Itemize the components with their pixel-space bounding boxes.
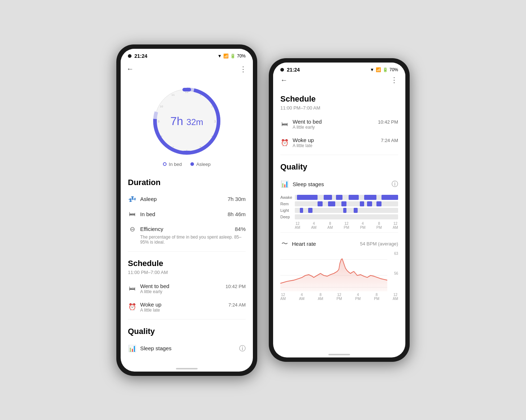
rem-block-1 xyxy=(318,201,323,206)
light-block-1 xyxy=(300,208,303,213)
sleep-stages-chart: Awake Rem xyxy=(280,195,398,230)
xaxis-label-6: 8PM xyxy=(376,222,382,230)
hr-xaxis-6: 8PM xyxy=(374,293,379,301)
camera-dot xyxy=(128,54,132,58)
light-row: Light xyxy=(280,208,398,213)
sleep-hours: 7h xyxy=(170,114,183,127)
light-block-2 xyxy=(308,208,312,213)
bottom-indicator-right xyxy=(328,354,350,355)
legend-inbed: In bed xyxy=(163,162,182,167)
sleep-stages-row-right: 📊 Sleep stages ⓘ xyxy=(280,176,398,192)
rem-track xyxy=(295,201,398,206)
woke-up-label-left: Woke up xyxy=(140,301,161,308)
went-to-bed-label-left: Went to bed xyxy=(140,283,169,289)
battery-icon: 🔋 xyxy=(230,53,236,59)
went-to-bed-sub-left: A little early xyxy=(140,289,169,294)
awake-block-2 xyxy=(324,195,332,200)
awake-label: Awake xyxy=(280,195,295,200)
went-to-bed-row-left: 🛏 Went to bed A little early 10:42 PM xyxy=(128,279,246,298)
awake-block-5 xyxy=(364,195,376,200)
efficiency-desc: The percentage of time in bed you spent … xyxy=(128,235,246,245)
more-button-left[interactable]: ⋮ xyxy=(240,65,247,73)
top-bar-left: ← ⋮ xyxy=(121,62,253,78)
heart-fill-area xyxy=(280,259,387,291)
woke-up-time-left: 7:24 AM xyxy=(228,301,246,308)
schedule-heading-right: Schedule xyxy=(280,94,398,104)
status-icons-right: ▼ 📶 🔋 70% xyxy=(370,67,398,72)
back-button-left[interactable]: ← xyxy=(126,65,134,73)
xaxis-label-1: 12AM xyxy=(295,222,300,230)
asleep-icon: 💤 xyxy=(128,195,137,203)
woke-up-label-right: Woke up xyxy=(293,137,314,143)
signal-icon-right: 📶 xyxy=(376,67,381,72)
efficiency-row: ⊖ Efficiency 84% The percentage of time … xyxy=(128,222,246,248)
right-phone: 21:24 ▼ 📶 🔋 70% ← ⋮ Schedule 11:00 PM–7:… xyxy=(269,58,410,362)
sleep-stages-label-left: Sleep stages xyxy=(140,345,172,351)
svg-text:10: 10 xyxy=(160,105,163,108)
right-scroll: Schedule 11:00 PM–7:00 AM 🛏 Went to bed … xyxy=(273,87,405,350)
quality-heading-left: Quality xyxy=(128,327,246,336)
battery-pct-left: 70% xyxy=(237,53,246,59)
heart-rate-icon: 〜 xyxy=(280,239,289,248)
status-time-right: 21:24 xyxy=(287,67,300,73)
divider-right-1 xyxy=(280,155,398,155)
svg-text:11: 11 xyxy=(172,93,175,97)
inbed-label: In bed xyxy=(169,162,182,167)
deep-label: Deep xyxy=(280,215,295,219)
schedule-subtitle-right: 11:00 PM–7:00 AM xyxy=(280,105,398,111)
efficiency-icon: ⊖ xyxy=(128,225,137,233)
rem-label: Rem xyxy=(280,202,295,206)
sleep-stages-row-left: 📊 Sleep stages ⓘ xyxy=(128,340,246,356)
rem-block-6 xyxy=(376,201,381,206)
hr-xaxis-4: 12PM xyxy=(336,293,342,301)
light-block-3 xyxy=(343,208,346,213)
hr-xaxis-2: 4AM xyxy=(299,293,305,301)
more-button-right[interactable]: ⋮ xyxy=(391,76,398,84)
bed-time-icon-left: 🛏 xyxy=(128,285,137,292)
heart-rate-header: 〜 Heart rate 54 BPM (average) xyxy=(280,236,398,250)
woke-up-row-left: ⏰ Woke up A little late 7:24 AM xyxy=(128,298,246,316)
efficiency-label: Efficiency xyxy=(140,226,163,232)
bed-icon: 🛏 xyxy=(128,210,137,218)
schedule-heading-left: Schedule xyxy=(128,259,246,268)
went-to-bed-label-right: Went to bed xyxy=(293,119,322,125)
sleep-duration: 7h 32m xyxy=(170,114,203,127)
bottom-indicator-left xyxy=(176,368,198,369)
yaxis-high: 63 xyxy=(394,252,398,256)
light-block-4 xyxy=(354,208,358,213)
hr-xaxis-5: 4PM xyxy=(355,293,361,301)
info-icon-right[interactable]: ⓘ xyxy=(392,180,398,188)
light-label: Light xyxy=(280,208,295,213)
heart-rate-chart: 63 56 xyxy=(280,252,398,291)
clock-legend: In bed Asleep xyxy=(163,162,211,167)
clock-time-display: 7h 32m xyxy=(170,114,203,128)
divider-2 xyxy=(128,319,246,320)
hr-xaxis-1: 12AM xyxy=(280,293,286,301)
woke-up-row-right: ⏰ Woke up A little late 7:24 AM xyxy=(280,133,398,152)
info-icon-left[interactable]: ⓘ xyxy=(239,344,246,353)
sleep-stages-xaxis: 12AM 4AM 8AM 12PM 4PM 8PM 12AM xyxy=(280,222,398,230)
svg-rect-16 xyxy=(182,151,191,154)
bar-chart-icon-right: 📊 xyxy=(280,180,289,188)
alarm-icon-right: ⏰ xyxy=(280,139,289,147)
sleep-minutes: 32m xyxy=(186,117,203,127)
inbed-stat-label: In bed xyxy=(140,211,155,217)
status-bar-right: 21:24 ▼ 📶 🔋 70% xyxy=(273,63,405,76)
quality-heading-right: Quality xyxy=(280,162,398,172)
heart-rate-xaxis: 12AM 4AM 8AM 12PM 4PM 8PM 12AM xyxy=(280,293,398,301)
xaxis-label-7: 12AM xyxy=(393,222,398,230)
alarm-icon-left: ⏰ xyxy=(128,303,137,311)
svg-text:3: 3 xyxy=(214,120,216,123)
svg-text:9: 9 xyxy=(158,120,159,123)
hr-xaxis-7: 12AM xyxy=(393,293,398,301)
sleep-stages-label-right: Sleep stages xyxy=(293,181,324,187)
inbed-dot xyxy=(163,162,167,166)
wifi-icon-right: ▼ xyxy=(370,67,374,72)
divider-1 xyxy=(128,251,246,252)
back-button-right[interactable]: ← xyxy=(280,76,288,84)
heart-rate-label: Heart rate xyxy=(292,241,316,247)
xaxis-label-2: 4AM xyxy=(311,222,316,230)
went-to-bed-time-right: 10:42 PM xyxy=(378,119,398,125)
rem-row: Rem xyxy=(280,201,398,206)
xaxis-label-4: 12PM xyxy=(344,222,349,230)
